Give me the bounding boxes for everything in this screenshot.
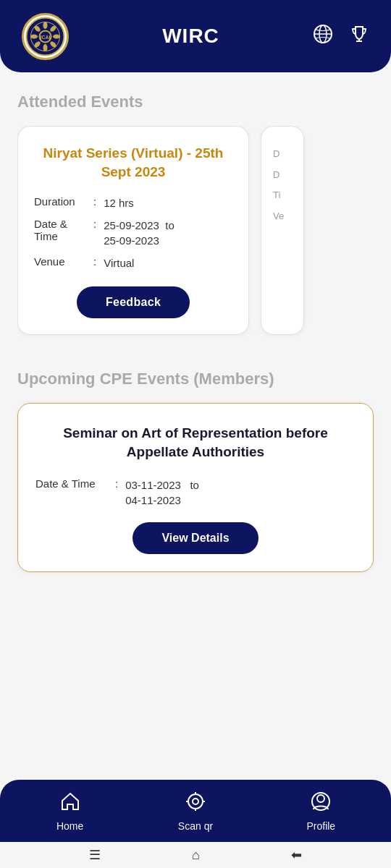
home-label: Home	[56, 820, 83, 832]
system-back-icon[interactable]: ⬅	[291, 847, 302, 863]
upcoming-section: Upcoming CPE Events (Members) Seminar on…	[17, 370, 374, 571]
venue-row: Venue : Virtual	[34, 255, 232, 271]
svg-text:ICAI: ICAI	[41, 35, 51, 40]
scan-qr-icon	[185, 791, 206, 817]
partial-d1: D	[273, 144, 296, 165]
nav-profile[interactable]: Profile	[285, 791, 357, 832]
globe-icon[interactable]	[313, 24, 333, 49]
logo: ICAI	[22, 13, 69, 60]
attended-events-list: Niryat Series (Virtual) - 25th Sept 2023…	[17, 126, 374, 341]
partial-event-card: D D Ti Ve	[261, 126, 304, 335]
svg-point-19	[193, 799, 198, 804]
profile-icon	[311, 791, 331, 817]
duration-label: Duration	[34, 195, 86, 208]
svg-point-8	[30, 34, 38, 38]
nav-home[interactable]: Home	[34, 791, 106, 832]
datetime-label: Date &Time	[34, 218, 86, 242]
attended-event-title: Niryat Series (Virtual) - 25th Sept 2023	[34, 144, 232, 181]
datetime-value: 25-09-2023 to25-09-2023	[104, 218, 175, 248]
upcoming-event-card-1: Seminar on Art of Representation before …	[17, 403, 374, 571]
datetime-row: Date &Time : 25-09-2023 to25-09-2023	[34, 218, 232, 248]
home-icon	[60, 791, 80, 817]
nav-scan-qr[interactable]: Scan qr	[159, 791, 232, 832]
venue-value: Virtual	[104, 255, 134, 271]
main-content: Attended Events Niryat Series (Virtual) …	[0, 72, 391, 659]
logo-emblem: ICAI	[25, 17, 65, 56]
upcoming-event-title: Seminar on Art of Representation before …	[35, 424, 356, 461]
system-navigation: ☰ ⌂ ⬅	[0, 842, 391, 868]
svg-point-18	[188, 794, 203, 809]
bottom-navigation: Home Scan qr Profile	[0, 780, 391, 842]
upcoming-datetime-label: Date & Time	[35, 477, 108, 490]
scan-label: Scan qr	[178, 820, 213, 832]
attended-event-card-1: Niryat Series (Virtual) - 25th Sept 2023…	[17, 126, 249, 335]
svg-point-24	[317, 795, 324, 802]
profile-label: Profile	[306, 820, 335, 832]
partial-ti: Ti	[273, 185, 296, 206]
attended-section-title: Attended Events	[17, 93, 374, 111]
venue-label: Venue	[34, 255, 86, 268]
svg-point-2	[43, 22, 48, 29]
view-details-button[interactable]: View Details	[133, 522, 258, 554]
partial-d2: D	[273, 165, 296, 186]
svg-point-4	[53, 34, 60, 38]
duration-row: Duration : 12 hrs	[34, 195, 232, 210]
system-menu-icon[interactable]: ☰	[89, 847, 101, 863]
header-actions	[313, 24, 369, 49]
trophy-icon[interactable]	[349, 24, 369, 49]
duration-value: 12 hrs	[104, 195, 134, 210]
partial-ve: Ve	[273, 206, 296, 227]
system-home-icon[interactable]: ⌂	[192, 848, 200, 863]
upcoming-section-title: Upcoming CPE Events (Members)	[17, 370, 374, 388]
upcoming-datetime-row: Date & Time : 03-11-2023 to04-11-2023	[35, 477, 356, 508]
svg-point-6	[43, 44, 48, 51]
app-title: WIRC	[69, 25, 313, 48]
upcoming-datetime-value: 03-11-2023 to04-11-2023	[125, 477, 199, 508]
feedback-button[interactable]: Feedback	[77, 286, 190, 318]
app-header: ICAI WIRC	[0, 0, 391, 72]
